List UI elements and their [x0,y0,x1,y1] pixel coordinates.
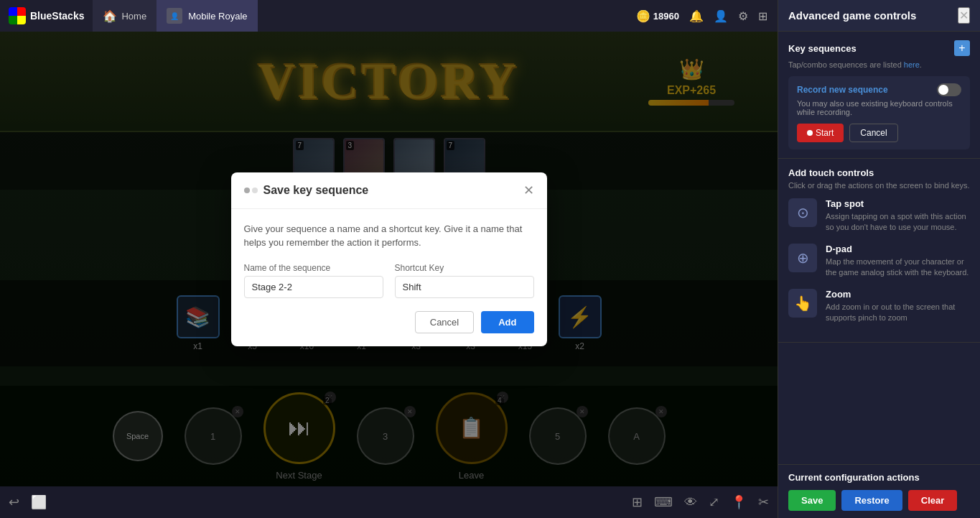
dpad-name: D-pad [826,244,970,254]
right-panel: Advanced game controls ✕ Key sequences +… [778,0,980,518]
resize-icon[interactable]: ⤢ [709,494,719,510]
dpad-icon: ⊕ [797,249,809,267]
name-field-label: Name of the sequence [244,263,383,273]
home-tab[interactable]: 🏠 Home [93,0,157,32]
key-sequences-section: Key sequences + Tap/combo sequences are … [778,32,980,159]
zoom-icon: 👆 [794,295,812,312]
zoom-item[interactable]: 👆 Zoom Add zoom in or out to the screen … [788,289,970,324]
modal-cancel-button[interactable]: Cancel [415,311,474,333]
save-button[interactable]: Save [788,490,836,511]
add-touch-title: Add touch controls [788,167,970,178]
modal-header: Save key sequence ✕ [231,172,547,209]
tap-spot-desc: Assign tapping on a spot with this actio… [826,211,970,233]
settings-icon[interactable]: ⚙ [738,9,748,23]
bluestacks-logo-text: BlueStacks [30,10,84,22]
tap-spot-item[interactable]: ⊙ Tap spot Assign tapping on a spot with… [788,198,970,233]
bottom-bar: ↩ ⬜ ⊞ ⌨ 👁 ⤢ 📍 ✂ [0,486,778,518]
bluestacks-logo: BlueStacks [0,7,93,24]
modal-dot-2 [252,188,258,193]
window-icon[interactable]: ⊞ [758,9,767,23]
game-tab-avatar: 👤 [167,8,182,24]
config-section: Current configuration actions Save Resto… [778,464,980,518]
modal-fields: Name of the sequence Shortcut Key [244,263,534,298]
record-buttons: Start Cancel [797,124,961,142]
config-buttons: Save Restore Clear [788,490,970,511]
restore-button[interactable]: Restore [841,490,902,511]
shortcut-input[interactable] [395,276,534,298]
record-section: Record new sequence You may also use exi… [788,76,970,149]
panel-close-button[interactable]: ✕ [958,7,970,24]
record-header: Record new sequence [797,83,961,96]
modal-add-button[interactable]: Add [481,311,533,333]
ks-add-button[interactable]: + [954,40,970,56]
zoom-icon-box: 👆 [788,289,817,318]
name-field-group: Name of the sequence [244,263,383,298]
panel-header: Advanced game controls ✕ [778,0,980,32]
modal-body: Give your sequence a name and a shortcut… [231,209,547,346]
top-bar-right: 🪙 18960 🔔 👤 ⚙ ⊞ [636,9,778,23]
modal-overlay: Save key sequence ✕ Give your sequence a… [0,32,778,486]
tap-spot-icon: ⊙ [797,204,809,221]
zoom-desc: Add zoom in or out to the screen that su… [826,302,970,324]
grid-icon[interactable]: ⊞ [632,494,643,510]
home-bottom-icon[interactable]: ⬜ [31,494,47,510]
game-area: BlueStacks 🏠 Home 👤 Mobile Royale 🪙 1896… [0,0,778,518]
location-icon[interactable]: 📍 [731,494,747,510]
name-input[interactable] [244,276,383,298]
zoom-name: Zoom [826,289,970,300]
record-title: Record new sequence [797,85,888,95]
ks-here-link[interactable]: here [904,60,920,69]
ks-description: Tap/combo sequences are listed here. [788,60,970,69]
dpad-info: D-pad Map the movement of your character… [826,244,970,279]
coin-icon: 🪙 [636,9,650,23]
modal-actions: Cancel Add [244,311,534,333]
tap-spot-icon-box: ⊙ [788,198,817,227]
add-touch-description: Click or drag the actions on the screen … [788,181,970,190]
record-toggle-dot [938,85,948,95]
start-recording-button[interactable]: Start [797,124,844,142]
shortcut-field-label: Shortcut Key [395,263,534,273]
eye-icon[interactable]: 👁 [684,495,697,510]
dpad-desc: Map the movement of your character or th… [826,256,970,279]
modal-description: Give your sequence a name and a shortcut… [244,222,534,250]
add-touch-section: Add touch controls Click or drag the act… [778,159,980,343]
record-toggle[interactable] [937,83,961,96]
zoom-info: Zoom Add zoom in or out to the screen th… [826,289,970,324]
home-icon: 🏠 [103,9,117,23]
ks-title: Key sequences [788,43,857,54]
back-icon[interactable]: ↩ [9,494,19,510]
coin-amount: 18960 [653,11,679,22]
modal-title: Save key sequence [263,184,369,197]
config-title: Current configuration actions [788,472,970,483]
tap-spot-name: Tap spot [826,198,970,209]
game-tab-label: Mobile Royale [188,11,247,22]
cancel-recording-button[interactable]: Cancel [849,124,897,142]
modal-close-button[interactable]: ✕ [523,182,534,198]
ks-header: Key sequences + [788,40,970,56]
save-key-sequence-modal: Save key sequence ✕ Give your sequence a… [231,172,547,346]
top-bar: BlueStacks 🏠 Home 👤 Mobile Royale 🪙 1896… [0,0,778,32]
profile-icon[interactable]: 👤 [714,9,728,23]
keyboard-icon[interactable]: ⌨ [654,494,673,510]
dpad-item[interactable]: ⊕ D-pad Map the movement of your charact… [788,244,970,279]
dpad-icon-box: ⊕ [788,244,817,272]
modal-dot-1 [244,188,250,193]
tap-spot-info: Tap spot Assign tapping on a spot with t… [826,198,970,233]
panel-title: Advanced game controls [788,9,916,22]
clear-button[interactable]: Clear [908,490,958,511]
shortcut-field-group: Shortcut Key [395,263,534,298]
start-dot [807,130,813,136]
modal-title-area: Save key sequence [244,184,369,197]
notification-icon[interactable]: 🔔 [689,9,704,23]
modal-dots [244,188,258,193]
coin-area: 🪙 18960 [636,9,679,23]
home-tab-label: Home [121,11,146,22]
game-tab[interactable]: 👤 Mobile Royale [157,0,257,32]
scissors-icon[interactable]: ✂ [758,494,769,510]
record-description: You may also use existing keyboard contr… [797,99,961,116]
bluestacks-logo-icon [9,7,26,24]
